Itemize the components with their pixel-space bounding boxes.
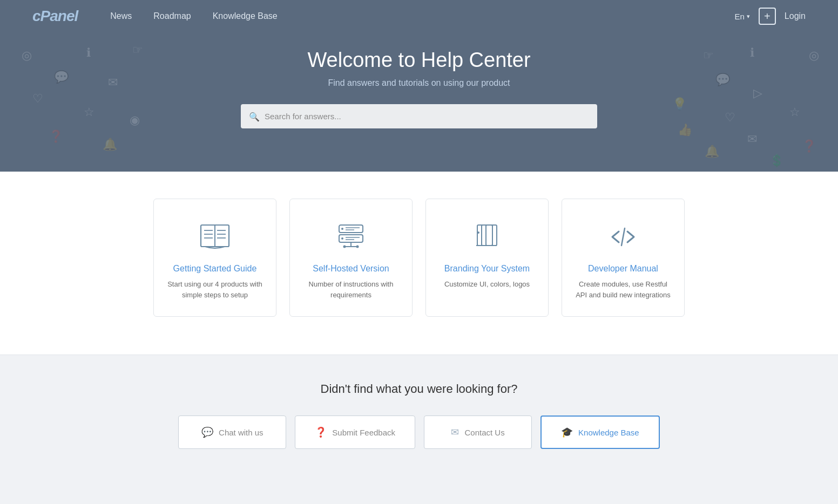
svg-point-9 bbox=[341, 228, 343, 230]
plus-icon: + bbox=[764, 10, 771, 23]
card-branding[interactable]: Branding Your System Customize UI, color… bbox=[425, 199, 549, 317]
developer-icon bbox=[604, 221, 642, 253]
login-button[interactable]: Login bbox=[785, 11, 806, 21]
search-bar-wrap: 🔍 bbox=[0, 104, 838, 128]
branding-desc: Customize UI, colors, logos bbox=[444, 279, 530, 290]
contact-button[interactable]: ✉ Contact Us bbox=[424, 416, 532, 449]
nav-knowledge-base-link[interactable]: Knowledge Base bbox=[213, 11, 278, 21]
chat-button[interactable]: 💬 Chat with us bbox=[178, 416, 286, 449]
search-icon: 🔍 bbox=[249, 111, 260, 121]
cards-section: Getting Started Guide Start using our 4 … bbox=[0, 172, 838, 355]
svg-point-19 bbox=[356, 246, 359, 248]
card-self-hosted[interactable]: Self-Hosted Version Number of instructio… bbox=[289, 199, 413, 317]
knowledge-base-button[interactable]: 🎓 Knowledge Base bbox=[540, 416, 660, 449]
nav-right: En ▾ + Login bbox=[734, 8, 806, 25]
hero-title: Welcome to Help Center bbox=[0, 49, 838, 72]
contact-label: Contact Us bbox=[464, 428, 504, 437]
self-hosted-icon bbox=[332, 221, 370, 253]
bg-icon-r12: 🔔 bbox=[705, 145, 719, 159]
getting-started-title: Getting Started Guide bbox=[173, 264, 257, 274]
language-label: En bbox=[734, 12, 744, 21]
bg-icon-9: ❓ bbox=[49, 130, 63, 144]
logo: cPanel bbox=[32, 8, 78, 25]
search-wrap: 🔍 bbox=[241, 104, 597, 128]
svg-rect-20 bbox=[477, 225, 492, 246]
nav-news-link[interactable]: News bbox=[110, 11, 132, 21]
svg-point-13 bbox=[341, 237, 343, 240]
self-hosted-desc: Number of instructions with requirements bbox=[303, 279, 399, 300]
chevron-down-icon: ▾ bbox=[747, 13, 750, 20]
hero-subtitle: Find answers and tutorials on using our … bbox=[0, 78, 838, 88]
nav-links: News Roadmap Knowledge Base bbox=[110, 11, 277, 21]
navbar: cPanel News Roadmap Knowledge Base En ▾ … bbox=[0, 0, 838, 32]
self-hosted-title: Self-Hosted Version bbox=[313, 264, 389, 274]
footer-title: Didn't find what you were looking for? bbox=[32, 382, 806, 396]
nav-item-knowledge-base[interactable]: Knowledge Base bbox=[213, 11, 278, 21]
bg-icon-r13: 💲 bbox=[769, 154, 784, 168]
nav-roadmap-link[interactable]: Roadmap bbox=[153, 11, 191, 21]
language-selector[interactable]: En ▾ bbox=[734, 12, 749, 21]
developer-desc: Create modules, use Restful API and buil… bbox=[575, 279, 671, 300]
card-developer[interactable]: Developer Manual Create modules, use Res… bbox=[562, 199, 685, 317]
feedback-icon: ❓ bbox=[315, 426, 327, 438]
getting-started-icon bbox=[196, 221, 234, 253]
hero-content: Welcome to Help Center Find answers and … bbox=[0, 32, 838, 128]
hero-section: ◎ ℹ ☞ 💬 ✉ ♡ ☆ ◉ ❓ 🔔 ☞ ℹ ◎ 💬 ▷ 💡 ☆ ♡ 👍 ✉ … bbox=[0, 0, 838, 172]
svg-line-25 bbox=[621, 228, 625, 246]
knowledge-base-icon: 🎓 bbox=[561, 426, 573, 438]
knowledge-base-label: Knowledge Base bbox=[578, 428, 639, 437]
svg-point-23 bbox=[477, 231, 479, 234]
logo-text: cPanel bbox=[32, 8, 78, 24]
cards-grid: Getting Started Guide Start using our 4 … bbox=[95, 199, 743, 317]
plus-button[interactable]: + bbox=[759, 8, 776, 25]
card-getting-started[interactable]: Getting Started Guide Start using our 4 … bbox=[153, 199, 276, 317]
contact-icon: ✉ bbox=[451, 426, 459, 438]
nav-item-roadmap[interactable]: Roadmap bbox=[153, 11, 191, 21]
footer-buttons: 💬 Chat with us ❓ Submit Feedback ✉ Conta… bbox=[32, 416, 806, 449]
nav-item-news[interactable]: News bbox=[110, 11, 132, 21]
branding-title: Branding Your System bbox=[444, 264, 530, 274]
footer-section: Didn't find what you were looking for? 💬… bbox=[0, 355, 838, 481]
feedback-label: Submit Feedback bbox=[332, 428, 395, 437]
bg-icon-r11: ❓ bbox=[802, 139, 816, 153]
feedback-button[interactable]: ❓ Submit Feedback bbox=[295, 416, 415, 449]
branding-icon bbox=[468, 221, 506, 253]
svg-point-18 bbox=[343, 246, 346, 248]
svg-rect-21 bbox=[482, 225, 492, 246]
developer-title: Developer Manual bbox=[588, 264, 658, 274]
svg-rect-22 bbox=[486, 225, 497, 246]
chat-icon: 💬 bbox=[201, 426, 213, 438]
chat-label: Chat with us bbox=[219, 428, 263, 437]
getting-started-desc: Start using our 4 products with simple s… bbox=[167, 279, 263, 300]
bg-icon-10: 🔔 bbox=[103, 138, 117, 152]
bg-icon-r10: ✉ bbox=[747, 132, 757, 146]
search-input[interactable] bbox=[241, 104, 597, 128]
